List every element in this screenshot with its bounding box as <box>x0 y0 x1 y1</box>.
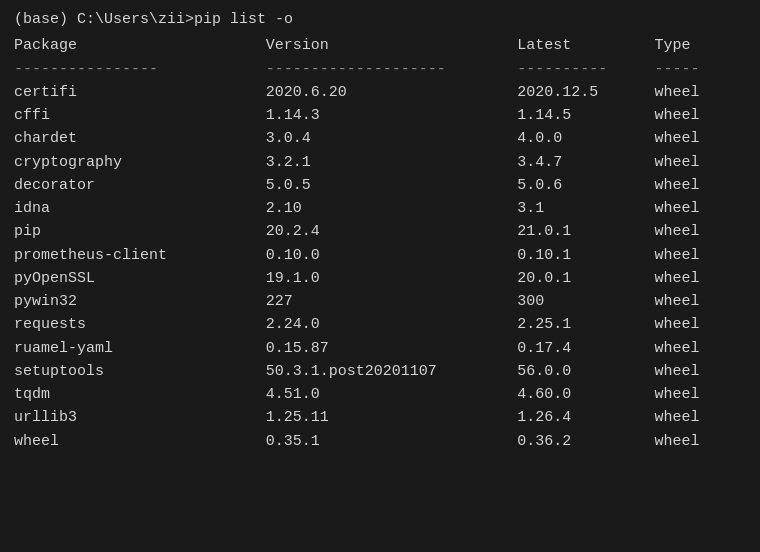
cell-package: idna <box>14 197 266 220</box>
cell-package: certifi <box>14 81 266 104</box>
cell-latest: 2020.12.5 <box>517 81 654 104</box>
cell-latest: 3.1 <box>517 197 654 220</box>
table-row: chardet3.0.44.0.0wheel <box>14 127 746 150</box>
cell-latest: 4.0.0 <box>517 127 654 150</box>
cell-version: 5.0.5 <box>266 174 518 197</box>
cell-package: ruamel-yaml <box>14 337 266 360</box>
cell-latest: 1.26.4 <box>517 406 654 429</box>
cell-latest: 300 <box>517 290 654 313</box>
table-row: prometheus-client0.10.00.10.1wheel <box>14 244 746 267</box>
table-row: decorator5.0.55.0.6wheel <box>14 174 746 197</box>
cell-version: 3.2.1 <box>266 151 518 174</box>
cell-package: requests <box>14 313 266 336</box>
table-row: pywin32227300wheel <box>14 290 746 313</box>
cell-package: pyOpenSSL <box>14 267 266 290</box>
cell-type: wheel <box>655 290 747 313</box>
cell-latest: 56.0.0 <box>517 360 654 383</box>
table-row: urllib31.25.111.26.4wheel <box>14 406 746 429</box>
table-header-row: Package Version Latest Type <box>14 34 746 57</box>
cell-latest: 20.0.1 <box>517 267 654 290</box>
cell-latest: 3.4.7 <box>517 151 654 174</box>
cell-latest: 4.60.0 <box>517 383 654 406</box>
command-line: (base) C:\Users\zii>pip list -o <box>14 10 746 30</box>
cell-version: 2020.6.20 <box>266 81 518 104</box>
cell-package: prometheus-client <box>14 244 266 267</box>
table-row: tqdm4.51.04.60.0wheel <box>14 383 746 406</box>
cell-type: wheel <box>655 313 747 336</box>
table-row: idna2.103.1wheel <box>14 197 746 220</box>
cell-type: wheel <box>655 81 747 104</box>
cell-package: wheel <box>14 430 266 453</box>
package-table: Package Version Latest Type ------------… <box>14 34 746 453</box>
cell-latest: 2.25.1 <box>517 313 654 336</box>
table-row: ruamel-yaml0.15.870.17.4wheel <box>14 337 746 360</box>
cell-type: wheel <box>655 127 747 150</box>
cell-package: decorator <box>14 174 266 197</box>
cell-latest: 0.17.4 <box>517 337 654 360</box>
cell-version: 0.15.87 <box>266 337 518 360</box>
col-header-latest: Latest <box>517 34 654 57</box>
cell-latest: 5.0.6 <box>517 174 654 197</box>
cell-type: wheel <box>655 197 747 220</box>
cell-type: wheel <box>655 360 747 383</box>
cell-package: setuptools <box>14 360 266 383</box>
cell-version: 19.1.0 <box>266 267 518 290</box>
table-separator-row: ---------------- -------------------- --… <box>14 58 746 81</box>
cell-version: 50.3.1.post20201107 <box>266 360 518 383</box>
table-row: setuptools50.3.1.post2020110756.0.0wheel <box>14 360 746 383</box>
cell-type: wheel <box>655 104 747 127</box>
cell-version: 0.10.0 <box>266 244 518 267</box>
cell-type: wheel <box>655 383 747 406</box>
cell-type: wheel <box>655 337 747 360</box>
cell-type: wheel <box>655 430 747 453</box>
cell-type: wheel <box>655 220 747 243</box>
sep-type: ----- <box>655 58 747 81</box>
table-row: certifi2020.6.202020.12.5wheel <box>14 81 746 104</box>
cell-type: wheel <box>655 244 747 267</box>
col-header-version: Version <box>266 34 518 57</box>
table-row: pip20.2.421.0.1wheel <box>14 220 746 243</box>
sep-latest: ---------- <box>517 58 654 81</box>
cell-package: tqdm <box>14 383 266 406</box>
cell-latest: 0.10.1 <box>517 244 654 267</box>
cell-package: pywin32 <box>14 290 266 313</box>
cell-version: 1.25.11 <box>266 406 518 429</box>
cell-latest: 1.14.5 <box>517 104 654 127</box>
terminal-window: (base) C:\Users\zii>pip list -o Package … <box>14 10 746 453</box>
cell-version: 227 <box>266 290 518 313</box>
cell-latest: 0.36.2 <box>517 430 654 453</box>
table-row: wheel0.35.10.36.2wheel <box>14 430 746 453</box>
cell-package: cryptography <box>14 151 266 174</box>
sep-version: -------------------- <box>266 58 518 81</box>
table-row: cryptography3.2.13.4.7wheel <box>14 151 746 174</box>
cell-type: wheel <box>655 406 747 429</box>
cell-package: chardet <box>14 127 266 150</box>
cell-version: 2.24.0 <box>266 313 518 336</box>
cell-package: cffi <box>14 104 266 127</box>
sep-package: ---------------- <box>14 58 266 81</box>
cell-version: 0.35.1 <box>266 430 518 453</box>
cell-package: urllib3 <box>14 406 266 429</box>
cell-package: pip <box>14 220 266 243</box>
cell-version: 1.14.3 <box>266 104 518 127</box>
cell-version: 2.10 <box>266 197 518 220</box>
table-row: pyOpenSSL19.1.020.0.1wheel <box>14 267 746 290</box>
cell-latest: 21.0.1 <box>517 220 654 243</box>
cell-type: wheel <box>655 174 747 197</box>
table-row: requests2.24.02.25.1wheel <box>14 313 746 336</box>
cell-version: 3.0.4 <box>266 127 518 150</box>
cell-type: wheel <box>655 151 747 174</box>
cell-version: 20.2.4 <box>266 220 518 243</box>
table-row: cffi1.14.31.14.5wheel <box>14 104 746 127</box>
cell-version: 4.51.0 <box>266 383 518 406</box>
cell-type: wheel <box>655 267 747 290</box>
col-header-type: Type <box>655 34 747 57</box>
col-header-package: Package <box>14 34 266 57</box>
